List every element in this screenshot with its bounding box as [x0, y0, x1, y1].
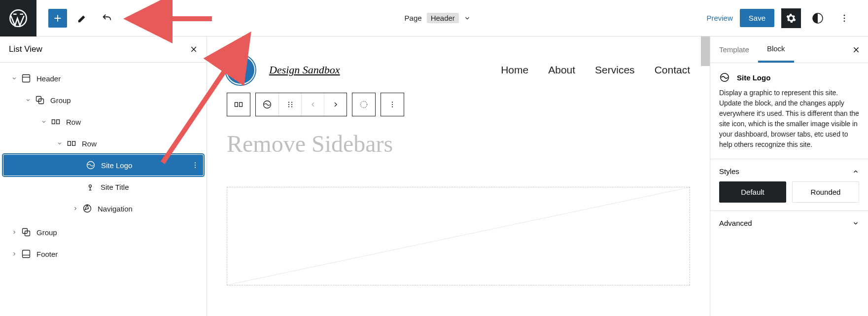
svg-point-30	[360, 101, 367, 107]
chevron-right-icon	[11, 229, 17, 235]
add-block-button[interactable]	[48, 9, 67, 28]
undo-button[interactable]	[98, 9, 116, 28]
svg-rect-9	[57, 120, 60, 124]
wordpress-icon	[8, 8, 28, 28]
svg-point-17	[84, 205, 91, 212]
row-icon	[65, 139, 78, 148]
top-toolbar: Page Header Preview Save	[0, 0, 868, 36]
svg-point-16	[89, 185, 92, 187]
dashed-circle-icon	[359, 100, 369, 109]
tree-item-navigation[interactable]: Navigation	[3, 198, 204, 219]
list-view-icon	[152, 13, 163, 24]
tree-item-label: Header	[33, 74, 61, 83]
site-logo-icon	[84, 160, 97, 170]
svg-point-24	[288, 102, 289, 103]
svg-rect-21	[235, 103, 238, 106]
template-part-icon	[20, 249, 33, 259]
options-button[interactable]	[834, 8, 854, 28]
section-title: Styles	[719, 167, 739, 176]
global-styles-toggle[interactable]	[808, 8, 828, 28]
chevron-down-icon	[11, 75, 17, 81]
svg-rect-8	[52, 120, 55, 124]
row-icon	[234, 100, 243, 109]
block-name: Site Logo	[737, 73, 770, 82]
tab-template[interactable]: Template	[710, 36, 758, 63]
svg-point-13	[195, 162, 196, 163]
tree-item-footer[interactable]: Footer	[3, 243, 204, 265]
nav-item[interactable]: About	[548, 64, 575, 76]
tree-item-label: Group	[46, 96, 71, 105]
svg-rect-22	[240, 103, 243, 106]
style-rounded-button[interactable]: Rounded	[792, 181, 859, 203]
tree-item-row[interactable]: Row	[3, 111, 204, 133]
document-title[interactable]: Page Header	[169, 13, 706, 23]
svg-point-31	[392, 102, 393, 103]
scrollbar[interactable]	[701, 36, 710, 66]
styles-section: Styles Default Rounded	[710, 159, 868, 211]
section-title: Advanced	[719, 219, 752, 227]
site-logo-placeholder[interactable]	[227, 56, 254, 84]
drag-handle[interactable]	[278, 93, 301, 116]
tools-button[interactable]	[73, 9, 92, 28]
move-right-button[interactable]	[324, 93, 347, 116]
advanced-section: Advanced	[710, 211, 868, 235]
block-options-button[interactable]	[381, 93, 404, 116]
wordpress-logo-button[interactable]	[0, 0, 36, 36]
tree-item-site-title[interactable]: Site Title	[3, 176, 204, 198]
more-vertical-icon	[191, 161, 199, 169]
heading-placeholder[interactable]: Remove Sidebars	[227, 130, 690, 157]
nav-item[interactable]: Home	[501, 64, 528, 76]
tree-item-header[interactable]: Header	[3, 68, 204, 89]
chevron-down-icon	[57, 140, 63, 146]
chevron-down-icon	[464, 15, 471, 22]
undo-icon	[102, 13, 112, 24]
tree-item-group[interactable]: Group	[3, 89, 204, 111]
doc-type: Page	[405, 14, 422, 22]
toolbar-left	[36, 7, 169, 29]
site-title-icon	[84, 182, 97, 192]
tree-item-site-logo[interactable]: Site Logo	[3, 154, 204, 176]
move-left-button[interactable]	[301, 93, 324, 116]
svg-point-33	[392, 106, 393, 107]
site-title-block[interactable]: Design Sandbox	[269, 64, 340, 76]
block-toolbar	[227, 93, 690, 116]
block-type-button[interactable]	[256, 93, 278, 116]
tree-item-label: Footer	[33, 250, 58, 258]
save-button[interactable]: Save	[740, 9, 774, 27]
template-name: Header	[427, 13, 459, 23]
redo-icon	[126, 13, 137, 24]
parent-row-button[interactable]	[227, 93, 250, 116]
svg-point-26	[288, 106, 289, 107]
close-icon	[852, 46, 860, 54]
svg-point-32	[392, 104, 393, 105]
settings-toggle[interactable]	[781, 8, 801, 28]
editor-canvas[interactable]: Design Sandbox Home About Services Conta…	[207, 36, 710, 316]
svg-point-27	[291, 102, 292, 103]
advanced-toggle[interactable]: Advanced	[719, 219, 859, 227]
replace-button[interactable]	[352, 93, 375, 116]
svg-rect-11	[72, 141, 75, 145]
close-inspector-button[interactable]	[844, 46, 868, 54]
tree-item-options[interactable]	[191, 161, 199, 169]
svg-point-28	[291, 104, 292, 105]
redo-button[interactable]	[122, 9, 141, 28]
list-view-toggle[interactable]	[147, 7, 169, 29]
close-list-view-button[interactable]	[190, 45, 198, 53]
svg-point-29	[291, 106, 292, 107]
preview-button[interactable]: Preview	[706, 14, 732, 22]
tree-item-group[interactable]: Group	[3, 221, 204, 243]
styles-toggle[interactable]: Styles	[719, 167, 859, 176]
nav-item[interactable]: Contact	[655, 64, 690, 76]
chevron-down-icon	[25, 97, 31, 103]
tree-item-label: Row	[62, 118, 81, 126]
tree-item-row[interactable]: Row	[3, 133, 204, 154]
drag-icon	[286, 100, 295, 109]
tree-item-label: Row	[78, 140, 97, 148]
tab-block[interactable]: Block	[758, 36, 794, 63]
style-default-button[interactable]: Default	[719, 181, 786, 203]
nav-item[interactable]: Services	[595, 64, 635, 76]
row-icon	[49, 117, 62, 127]
inspector-tabs: Template Block	[710, 36, 868, 63]
image-placeholder[interactable]	[227, 187, 690, 285]
gear-icon	[786, 13, 797, 24]
